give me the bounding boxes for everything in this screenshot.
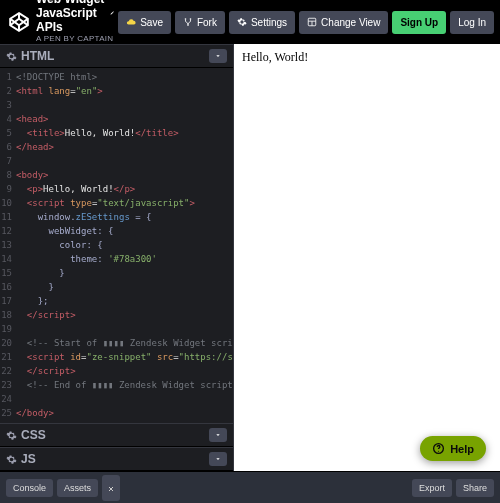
close-icon[interactable] xyxy=(102,475,120,501)
svg-point-5 xyxy=(187,24,189,26)
fork-button[interactable]: Fork xyxy=(175,11,225,34)
workspace: HTML 1<!DOCTYPE html> 2<html lang="en"> … xyxy=(0,44,500,471)
help-icon xyxy=(432,442,445,455)
assets-button[interactable]: Assets xyxy=(57,479,98,497)
gear-icon xyxy=(237,17,247,27)
js-panel-header[interactable]: JS xyxy=(0,447,233,471)
css-panel-header[interactable]: CSS xyxy=(0,423,233,447)
html-editor[interactable]: 1<!DOCTYPE html> 2<html lang="en"> 3 4<h… xyxy=(0,68,233,423)
panel-label: CSS xyxy=(21,428,209,442)
chevron-down-icon[interactable] xyxy=(209,49,227,63)
save-button[interactable]: Save xyxy=(118,11,171,34)
gear-icon[interactable] xyxy=(6,51,17,62)
console-button[interactable]: Console xyxy=(6,479,53,497)
pen-title: Web Widget JavaScript APIs xyxy=(36,0,106,34)
settings-button[interactable]: Settings xyxy=(229,11,295,34)
login-button[interactable]: Log In xyxy=(450,11,494,34)
help-widget[interactable]: Help xyxy=(420,436,486,461)
svg-point-4 xyxy=(190,18,192,20)
gear-icon[interactable] xyxy=(6,430,17,441)
chevron-down-icon[interactable] xyxy=(209,452,227,466)
editors-column: HTML 1<!DOCTYPE html> 2<html lang="en"> … xyxy=(0,44,233,471)
svg-point-3 xyxy=(185,18,187,20)
help-label: Help xyxy=(450,443,474,455)
layout-icon xyxy=(307,17,317,27)
panel-label: HTML xyxy=(21,49,209,63)
export-button[interactable]: Export xyxy=(412,479,452,497)
chevron-down-icon[interactable] xyxy=(209,428,227,442)
preview-pane: Hello, World! xyxy=(233,44,500,471)
panel-label: JS xyxy=(21,452,209,466)
footer-bar: Console Assets Export Share xyxy=(0,471,500,503)
cloud-icon xyxy=(126,17,136,27)
top-bar: Web Widget JavaScript APIs A PEN BY CAPT… xyxy=(0,0,500,44)
share-button[interactable]: Share xyxy=(456,479,494,497)
html-panel-header[interactable]: HTML xyxy=(0,44,233,68)
codepen-logo[interactable] xyxy=(6,9,32,35)
edit-icon[interactable] xyxy=(110,8,114,18)
fork-icon xyxy=(183,17,193,27)
gear-icon[interactable] xyxy=(6,454,17,465)
signup-button[interactable]: Sign Up xyxy=(392,11,446,34)
preview-text: Hello, World! xyxy=(242,50,308,64)
svg-point-10 xyxy=(438,451,439,452)
change-view-button[interactable]: Change View xyxy=(299,11,388,34)
